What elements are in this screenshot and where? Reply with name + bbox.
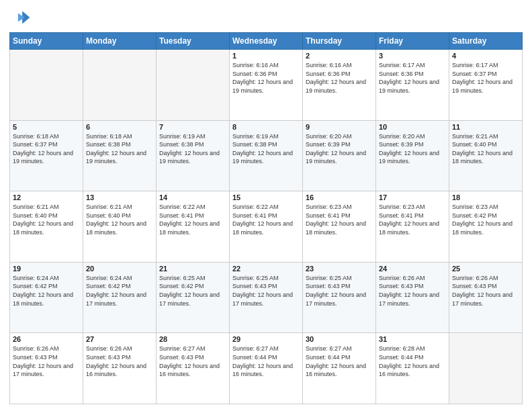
day-cell: 26Sunrise: 6:26 AMSunset: 6:43 PMDayligh… bbox=[10, 333, 83, 404]
day-info: Sunrise: 6:24 AMSunset: 6:42 PMDaylight:… bbox=[13, 274, 80, 308]
day-cell: 11Sunrise: 6:21 AMSunset: 6:40 PMDayligh… bbox=[449, 120, 523, 191]
week-row-3: 12Sunrise: 6:21 AMSunset: 6:40 PMDayligh… bbox=[10, 191, 523, 263]
day-cell: 25Sunrise: 6:26 AMSunset: 6:43 PMDayligh… bbox=[449, 262, 523, 333]
day-cell: 30Sunrise: 6:27 AMSunset: 6:44 PMDayligh… bbox=[303, 333, 376, 404]
day-info: Sunrise: 6:23 AMSunset: 6:41 PMDaylight:… bbox=[306, 203, 373, 236]
day-number: 24 bbox=[379, 265, 446, 273]
day-cell: 20Sunrise: 6:24 AMSunset: 6:42 PMDayligh… bbox=[83, 262, 157, 333]
day-number: 25 bbox=[452, 265, 519, 273]
day-number: 13 bbox=[86, 193, 153, 201]
day-number: 14 bbox=[159, 193, 226, 201]
day-cell: 19Sunrise: 6:24 AMSunset: 6:42 PMDayligh… bbox=[10, 262, 83, 333]
day-cell: 1Sunrise: 6:16 AMSunset: 6:36 PMDaylight… bbox=[230, 50, 303, 121]
day-info: Sunrise: 6:28 AMSunset: 6:44 PMDaylight:… bbox=[379, 345, 446, 378]
day-cell: 8Sunrise: 6:19 AMSunset: 6:38 PMDaylight… bbox=[230, 120, 303, 191]
day-cell: 10Sunrise: 6:20 AMSunset: 6:39 PMDayligh… bbox=[376, 120, 449, 191]
day-number: 2 bbox=[306, 52, 373, 60]
day-cell bbox=[157, 50, 230, 121]
weekday-sunday: Sunday bbox=[10, 33, 83, 50]
day-info: Sunrise: 6:20 AMSunset: 6:39 PMDaylight:… bbox=[379, 132, 446, 166]
day-number: 17 bbox=[379, 193, 446, 201]
day-info: Sunrise: 6:19 AMSunset: 6:38 PMDaylight:… bbox=[159, 132, 226, 166]
day-info: Sunrise: 6:27 AMSunset: 6:43 PMDaylight:… bbox=[159, 345, 226, 378]
day-number: 31 bbox=[379, 335, 446, 343]
week-row-4: 19Sunrise: 6:24 AMSunset: 6:42 PMDayligh… bbox=[10, 262, 523, 333]
day-cell bbox=[449, 333, 523, 404]
day-cell: 9Sunrise: 6:20 AMSunset: 6:39 PMDaylight… bbox=[303, 120, 376, 191]
day-number: 18 bbox=[452, 193, 519, 201]
week-row-2: 5Sunrise: 6:18 AMSunset: 6:37 PMDaylight… bbox=[10, 120, 523, 191]
day-cell: 29Sunrise: 6:27 AMSunset: 6:44 PMDayligh… bbox=[230, 333, 303, 404]
day-info: Sunrise: 6:24 AMSunset: 6:42 PMDaylight:… bbox=[86, 274, 153, 308]
day-cell: 3Sunrise: 6:17 AMSunset: 6:36 PMDaylight… bbox=[376, 50, 449, 121]
day-cell: 22Sunrise: 6:25 AMSunset: 6:43 PMDayligh… bbox=[230, 262, 303, 333]
weekday-tuesday: Tuesday bbox=[157, 33, 230, 50]
weekday-header-row: SundayMondayTuesdayWednesdayThursdayFrid… bbox=[10, 33, 523, 50]
day-info: Sunrise: 6:20 AMSunset: 6:39 PMDaylight:… bbox=[306, 132, 373, 166]
weekday-monday: Monday bbox=[83, 33, 157, 50]
day-cell: 23Sunrise: 6:25 AMSunset: 6:43 PMDayligh… bbox=[303, 262, 376, 333]
day-info: Sunrise: 6:22 AMSunset: 6:41 PMDaylight:… bbox=[159, 203, 226, 236]
day-number: 12 bbox=[13, 193, 80, 201]
day-info: Sunrise: 6:21 AMSunset: 6:40 PMDaylight:… bbox=[452, 132, 519, 166]
day-info: Sunrise: 6:16 AMSunset: 6:36 PMDaylight:… bbox=[306, 61, 373, 95]
day-number: 1 bbox=[232, 52, 300, 60]
weekday-thursday: Thursday bbox=[303, 33, 376, 50]
week-row-5: 26Sunrise: 6:26 AMSunset: 6:43 PMDayligh… bbox=[10, 333, 523, 404]
day-info: Sunrise: 6:23 AMSunset: 6:42 PMDaylight:… bbox=[452, 203, 519, 236]
logo bbox=[9, 7, 32, 28]
day-cell bbox=[10, 50, 83, 121]
day-number: 11 bbox=[452, 123, 519, 131]
day-cell: 17Sunrise: 6:23 AMSunset: 6:41 PMDayligh… bbox=[376, 191, 449, 263]
day-cell: 15Sunrise: 6:22 AMSunset: 6:41 PMDayligh… bbox=[230, 191, 303, 263]
day-cell: 18Sunrise: 6:23 AMSunset: 6:42 PMDayligh… bbox=[449, 191, 523, 263]
day-info: Sunrise: 6:26 AMSunset: 6:43 PMDaylight:… bbox=[13, 345, 80, 378]
day-info: Sunrise: 6:26 AMSunset: 6:43 PMDaylight:… bbox=[452, 274, 519, 308]
day-cell: 7Sunrise: 6:19 AMSunset: 6:38 PMDaylight… bbox=[157, 120, 230, 191]
day-cell: 4Sunrise: 6:17 AMSunset: 6:37 PMDaylight… bbox=[449, 50, 523, 121]
day-cell: 21Sunrise: 6:25 AMSunset: 6:42 PMDayligh… bbox=[157, 262, 230, 333]
day-info: Sunrise: 6:23 AMSunset: 6:41 PMDaylight:… bbox=[379, 203, 446, 236]
day-info: Sunrise: 6:25 AMSunset: 6:42 PMDaylight:… bbox=[159, 274, 226, 308]
day-info: Sunrise: 6:27 AMSunset: 6:44 PMDaylight:… bbox=[306, 345, 373, 378]
day-cell: 12Sunrise: 6:21 AMSunset: 6:40 PMDayligh… bbox=[10, 191, 83, 263]
day-info: Sunrise: 6:17 AMSunset: 6:36 PMDaylight:… bbox=[379, 61, 446, 95]
day-cell bbox=[83, 50, 157, 121]
day-number: 20 bbox=[86, 265, 153, 273]
day-number: 26 bbox=[13, 335, 80, 343]
weekday-wednesday: Wednesday bbox=[230, 33, 303, 50]
weekday-friday: Friday bbox=[376, 33, 449, 50]
day-cell: 13Sunrise: 6:21 AMSunset: 6:40 PMDayligh… bbox=[83, 191, 157, 263]
day-cell: 6Sunrise: 6:18 AMSunset: 6:38 PMDaylight… bbox=[83, 120, 157, 191]
day-number: 27 bbox=[86, 335, 153, 343]
day-number: 19 bbox=[13, 265, 80, 273]
day-cell: 16Sunrise: 6:23 AMSunset: 6:41 PMDayligh… bbox=[303, 191, 376, 263]
day-number: 7 bbox=[159, 123, 226, 131]
day-info: Sunrise: 6:17 AMSunset: 6:37 PMDaylight:… bbox=[452, 61, 519, 95]
day-info: Sunrise: 6:18 AMSunset: 6:38 PMDaylight:… bbox=[86, 132, 153, 166]
day-cell: 27Sunrise: 6:26 AMSunset: 6:43 PMDayligh… bbox=[83, 333, 157, 404]
day-cell: 2Sunrise: 6:16 AMSunset: 6:36 PMDaylight… bbox=[303, 50, 376, 121]
day-info: Sunrise: 6:25 AMSunset: 6:43 PMDaylight:… bbox=[306, 274, 373, 308]
day-cell: 24Sunrise: 6:26 AMSunset: 6:43 PMDayligh… bbox=[376, 262, 449, 333]
day-info: Sunrise: 6:16 AMSunset: 6:36 PMDaylight:… bbox=[232, 61, 300, 95]
day-cell: 31Sunrise: 6:28 AMSunset: 6:44 PMDayligh… bbox=[376, 333, 449, 404]
day-info: Sunrise: 6:25 AMSunset: 6:43 PMDaylight:… bbox=[232, 274, 300, 308]
day-info: Sunrise: 6:18 AMSunset: 6:37 PMDaylight:… bbox=[13, 132, 80, 166]
day-number: 8 bbox=[232, 123, 300, 131]
day-cell: 5Sunrise: 6:18 AMSunset: 6:37 PMDaylight… bbox=[10, 120, 83, 191]
day-number: 22 bbox=[232, 265, 300, 273]
weekday-saturday: Saturday bbox=[449, 33, 523, 50]
header bbox=[9, 7, 523, 28]
day-info: Sunrise: 6:26 AMSunset: 6:43 PMDaylight:… bbox=[379, 274, 446, 308]
day-number: 6 bbox=[86, 123, 153, 131]
page: SundayMondayTuesdayWednesdayThursdayFrid… bbox=[0, 0, 532, 411]
day-number: 10 bbox=[379, 123, 446, 131]
calendar: SundayMondayTuesdayWednesdayThursdayFrid… bbox=[9, 32, 523, 404]
day-info: Sunrise: 6:21 AMSunset: 6:40 PMDaylight:… bbox=[13, 203, 80, 236]
day-number: 3 bbox=[379, 52, 446, 60]
day-number: 4 bbox=[452, 52, 519, 60]
day-cell: 14Sunrise: 6:22 AMSunset: 6:41 PMDayligh… bbox=[157, 191, 230, 263]
day-number: 23 bbox=[306, 265, 373, 273]
day-number: 21 bbox=[159, 265, 226, 273]
